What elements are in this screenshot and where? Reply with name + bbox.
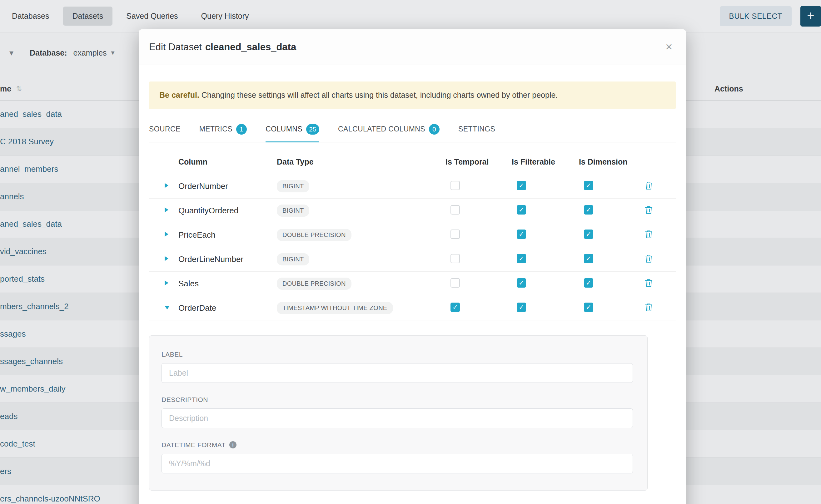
column-name: OrderDate: [178, 303, 277, 313]
is-filterable-checkbox[interactable]: [517, 181, 526, 190]
tab-label: SOURCE: [149, 125, 180, 133]
tab-label: SETTINGS: [458, 125, 495, 133]
column-row: OrderDateTIMESTAMP WITHOUT TIME ZONE: [149, 296, 676, 320]
expand-caret-icon[interactable]: [165, 207, 168, 212]
column-header: Is Dimension: [579, 157, 645, 166]
is-temporal-checkbox[interactable]: [451, 230, 460, 239]
datetime-format-field-group: DATETIME FORMAT i: [161, 441, 633, 473]
is-filterable-checkbox[interactable]: [517, 303, 526, 312]
expand-caret-icon[interactable]: [165, 256, 168, 261]
edit-dataset-modal: Edit Dataset cleaned_sales_data ✕ Be car…: [139, 29, 686, 504]
expand-caret-icon[interactable]: [165, 232, 168, 237]
data-type-pill: DOUBLE PRECISION: [277, 229, 351, 241]
tab-count-badge: 0: [429, 124, 440, 135]
collapse-caret-icon[interactable]: [165, 306, 170, 309]
column-row: SalesDOUBLE PRECISION: [149, 272, 676, 296]
column-header: Is Temporal: [446, 157, 512, 166]
expand-caret-icon[interactable]: [165, 183, 168, 188]
column-row: OrderNumberBIGINT: [149, 174, 676, 199]
modal-title-prefix: Edit Dataset: [149, 42, 202, 53]
tab-calculated-columns[interactable]: CALCULATED COLUMNS0: [338, 117, 440, 142]
datetime-format-label-row: DATETIME FORMAT i: [161, 441, 633, 449]
columns-table-header: ColumnData TypeIs TemporalIs FilterableI…: [149, 150, 676, 174]
delete-column-icon[interactable]: [645, 254, 653, 263]
column-name: OrderNumber: [178, 181, 277, 191]
description-input[interactable]: [161, 408, 633, 428]
warning-banner-text: Changing these settings will affect all …: [201, 91, 558, 99]
is-temporal-checkbox[interactable]: [451, 254, 460, 263]
is-temporal-checkbox[interactable]: [451, 278, 460, 288]
delete-column-icon[interactable]: [645, 181, 653, 190]
tab-count-badge: 1: [236, 124, 247, 135]
data-type-pill: BIGINT: [277, 180, 309, 192]
modal-body: Be careful. Changing these settings will…: [139, 82, 686, 491]
is-dimension-checkbox[interactable]: [584, 181, 593, 190]
label-input[interactable]: [161, 363, 633, 383]
data-type-pill: BIGINT: [277, 205, 309, 217]
is-temporal-checkbox[interactable]: [451, 303, 460, 312]
warning-banner-bold: Be careful.: [159, 91, 199, 99]
column-name: QuantityOrdered: [178, 206, 277, 215]
columns-table-rows: OrderNumberBIGINTQuantityOrderedBIGINTPr…: [149, 174, 676, 320]
is-dimension-checkbox[interactable]: [584, 254, 593, 263]
modal-tabs: SOURCEMETRICS1COLUMNS25CALCULATED COLUMN…: [149, 117, 676, 142]
column-header: Data Type: [277, 157, 446, 166]
is-filterable-checkbox[interactable]: [517, 254, 526, 263]
close-icon[interactable]: ✕: [663, 40, 675, 54]
warning-banner: Be careful. Changing these settings will…: [149, 82, 676, 109]
datetime-format-input[interactable]: [161, 454, 633, 473]
column-editor-panel: LABEL DESCRIPTION DATETIME FORMAT i: [149, 335, 648, 491]
data-type-pill: TIMESTAMP WITHOUT TIME ZONE: [277, 302, 393, 314]
description-field-group: DESCRIPTION: [161, 396, 633, 428]
is-dimension-checkbox[interactable]: [584, 303, 593, 312]
column-name: Sales: [178, 279, 277, 289]
is-dimension-checkbox[interactable]: [584, 230, 593, 239]
is-temporal-checkbox[interactable]: [451, 205, 460, 215]
modal-title: Edit Dataset cleaned_sales_data: [149, 42, 296, 53]
expand-caret-icon[interactable]: [165, 280, 168, 285]
modal-title-dataset-name: cleaned_sales_data: [205, 42, 296, 53]
tab-label: CALCULATED COLUMNS: [338, 125, 425, 133]
data-type-pill: DOUBLE PRECISION: [277, 278, 351, 290]
column-header: Is Filterable: [512, 157, 579, 166]
tab-label: METRICS: [199, 125, 232, 133]
description-field-label: DESCRIPTION: [161, 396, 633, 403]
is-filterable-checkbox[interactable]: [517, 230, 526, 239]
tab-metrics[interactable]: METRICS1: [199, 117, 247, 142]
column-row: OrderLineNumberBIGINT: [149, 247, 676, 272]
column-row: PriceEachDOUBLE PRECISION: [149, 223, 676, 247]
delete-column-icon[interactable]: [645, 205, 653, 215]
data-type-pill: BIGINT: [277, 253, 309, 265]
modal-header: Edit Dataset cleaned_sales_data ✕: [139, 29, 686, 65]
tab-columns[interactable]: COLUMNS25: [265, 117, 319, 142]
column-row: QuantityOrderedBIGINT: [149, 199, 676, 223]
delete-column-icon[interactable]: [645, 303, 653, 312]
label-field-group: LABEL: [161, 351, 633, 383]
delete-column-icon[interactable]: [645, 230, 653, 239]
tab-label: COLUMNS: [265, 125, 302, 133]
screen: DatabasesDatasetsSaved QueriesQuery Hist…: [0, 0, 821, 504]
is-dimension-checkbox[interactable]: [584, 278, 593, 288]
datetime-format-field-label: DATETIME FORMAT: [161, 441, 225, 449]
is-temporal-checkbox[interactable]: [451, 181, 460, 190]
column-header: Column: [178, 157, 277, 166]
is-filterable-checkbox[interactable]: [517, 205, 526, 215]
tab-count-badge: 25: [306, 124, 319, 135]
info-icon[interactable]: i: [229, 441, 236, 448]
column-name: OrderLineNumber: [178, 254, 277, 264]
label-field-label: LABEL: [161, 351, 633, 358]
is-dimension-checkbox[interactable]: [584, 205, 593, 215]
delete-column-icon[interactable]: [645, 278, 653, 288]
tab-source[interactable]: SOURCE: [149, 117, 180, 142]
tab-settings[interactable]: SETTINGS: [458, 117, 495, 142]
column-name: PriceEach: [178, 230, 277, 240]
is-filterable-checkbox[interactable]: [517, 278, 526, 288]
